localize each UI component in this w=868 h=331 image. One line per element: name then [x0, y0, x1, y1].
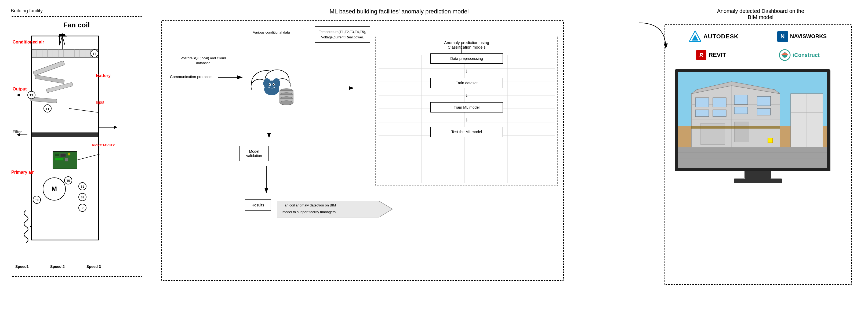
dashboard-section: Anomaly detected Dashboard on theBIM mod…	[664, 8, 857, 285]
svg-rect-131	[678, 147, 827, 168]
cloud-db-section	[245, 59, 299, 113]
postgresql-label: PostgreSQL(local) and Cloud database	[179, 56, 227, 65]
svg-rect-33	[55, 154, 59, 156]
primary-air-label: Primary air	[11, 170, 34, 175]
svg-marker-55	[114, 126, 117, 129]
step-test-ml: Test the ML model	[430, 127, 503, 137]
cloud-svg	[245, 59, 299, 112]
svg-point-37	[68, 153, 70, 155]
conditioned-air-label: Conditioned air	[12, 40, 44, 44]
svg-text:S3: S3	[81, 206, 84, 210]
filter-label: Filter	[12, 130, 22, 134]
cloud-validation-arrow	[264, 110, 277, 142]
results-anomaly-arrow: Fan coil anomaly datection on BIM model …	[277, 200, 398, 218]
temperature-box: Temperature(T1,T2,T3,T4,T5),Voltage,curr…	[315, 26, 370, 43]
ml-title: ML based building facilites' anomaly pre…	[161, 8, 653, 15]
iconstruct-icon	[779, 49, 791, 61]
svg-rect-129	[768, 138, 773, 143]
fan-coil-title: Fan coil	[15, 21, 138, 29]
autodesk-logo: AUTODESK	[689, 30, 739, 42]
monitor-screen	[675, 69, 830, 171]
svg-rect-36	[65, 158, 68, 161]
monitor	[675, 69, 841, 192]
svg-rect-118	[734, 95, 748, 104]
svg-rect-119	[757, 96, 771, 106]
speed1-label: Speed1	[15, 264, 29, 269]
dashboard-box: AUTODESK N NAVISWORKS R REVIT	[664, 24, 852, 285]
comm-arrow	[215, 67, 248, 88]
ml-outer-box: Various conditional data → Temperature(T…	[161, 21, 564, 281]
svg-point-68	[273, 84, 274, 86]
anomaly-prediction-box: Anomaly prediction usingClassification m…	[375, 36, 558, 186]
step-preprocessing: Data preprocessing	[430, 53, 503, 64]
input-label: Input	[96, 100, 104, 104]
svg-text:S2: S2	[81, 196, 84, 199]
step-train-dataset: Train dataset	[430, 78, 503, 88]
svg-rect-120	[695, 110, 709, 117]
building-section-label: Building facility	[11, 8, 150, 14]
ml-section: ML based building facilites' anomaly pre…	[161, 8, 653, 281]
svg-rect-117	[713, 98, 726, 107]
svg-rect-116	[695, 98, 709, 107]
speed2-label: Speed 2	[50, 264, 65, 269]
navisworks-icon: N	[777, 31, 788, 42]
svg-rect-128	[734, 122, 749, 142]
svg-text:T1: T1	[46, 107, 50, 110]
arrow-down-2: ↓	[380, 92, 553, 98]
validation-results-arrow	[261, 164, 274, 197]
svg-text:Fan coil anomaly datection on : Fan coil anomaly datection on BIM	[282, 203, 336, 207]
iconstruct-logo: iConstruct	[779, 49, 820, 61]
output-label: Output	[12, 87, 27, 92]
svg-rect-35	[55, 158, 63, 160]
svg-text:T2: T2	[30, 94, 33, 97]
dashboard-title: Anomaly detected Dashboard on theBIM mod…	[664, 8, 857, 21]
svg-text:T5: T5	[67, 179, 70, 182]
monitor-container	[670, 69, 846, 192]
iconstruct-text: iConstruct	[793, 52, 820, 58]
svg-rect-4	[32, 50, 98, 57]
speed3-label: Speed 3	[87, 264, 101, 269]
building-section: Building facility Fan coil	[11, 8, 150, 277]
svg-text:S1: S1	[81, 185, 84, 188]
svg-text:T4: T4	[93, 52, 97, 55]
navisworks-logo: N NAVISWORKS	[777, 31, 827, 42]
svg-rect-34	[60, 154, 66, 157]
revit-text: REVIT	[709, 52, 726, 59]
revit-logo: R REVIT	[696, 50, 726, 60]
navisworks-text: NAVISWORKS	[790, 33, 827, 39]
svg-text:T3: T3	[35, 199, 39, 202]
comm-protocols-label: Communication protocols	[170, 74, 213, 79]
svg-rect-29	[32, 132, 98, 137]
svg-text:M: M	[52, 185, 57, 192]
svg-rect-123	[757, 109, 771, 115]
svg-marker-2	[58, 33, 67, 36]
svg-text:model to support facility mana: model to support facility managers	[282, 210, 336, 214]
arrow-down-1: ↓	[380, 68, 553, 74]
results-box: Results	[245, 200, 271, 211]
logo-row-1: AUTODESK N NAVISWORKS	[670, 30, 846, 42]
svg-marker-26	[17, 93, 20, 97]
revit-r-icon: R	[696, 50, 706, 60]
autodesk-text: AUTODESK	[704, 33, 739, 40]
step-train-ml: Train ML model	[430, 102, 503, 113]
model-validation-box: Model validation	[240, 146, 269, 161]
bim-visualization	[678, 72, 827, 168]
arrow-down-3: ↓	[380, 117, 553, 123]
monitor-neck	[744, 171, 771, 179]
various-label: Various conditional data	[253, 30, 290, 34]
svg-rect-130	[691, 126, 780, 128]
battery-label: Battery	[96, 73, 111, 78]
rpizct-label: RPIZCT4V3T2	[92, 143, 115, 147]
building-box: Fan coil	[11, 17, 142, 277]
cloud-anomaly-arrow	[304, 83, 358, 93]
autodesk-triangle-icon	[689, 30, 701, 42]
fan-coil-svg: T4 T2 T1	[15, 33, 139, 262]
svg-point-67	[269, 84, 270, 86]
logo-row-2: R REVIT iConstruct	[670, 49, 846, 61]
monitor-base	[734, 179, 782, 183]
svg-point-75	[280, 101, 293, 105]
main-container: Building facility Fan coil	[0, 0, 868, 331]
svg-rect-121	[713, 110, 726, 117]
svg-rect-122	[734, 107, 748, 114]
svg-rect-0	[31, 36, 98, 240]
